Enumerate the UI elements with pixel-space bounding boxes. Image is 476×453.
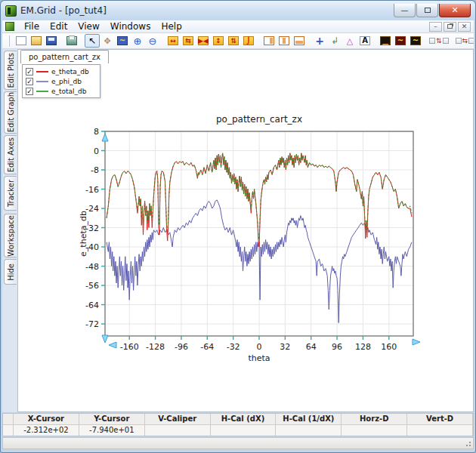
zoom-in-button[interactable]: ⊕ [130,34,145,48]
fit-x-icon: ▶◀ [198,36,209,45]
y-tick-label: -16 [85,185,99,195]
y-tick-label: -48 [85,262,99,272]
legend-checkbox-e-total[interactable]: ✓ [26,88,33,95]
expand-y-button[interactable]: ↕ [211,34,226,48]
text-annotation-button[interactable]: A [357,34,372,48]
mdi-minimize-button[interactable]: – [429,22,442,32]
mdi-close-button[interactable]: ✕ [458,22,471,32]
status-col-y-cursor: Y-Cursor [79,414,145,425]
menu-view[interactable]: View [73,20,104,32]
legend-item: ✓ e_phi_db [26,76,97,86]
x-tick-label: 160 [381,342,397,352]
new-document-button[interactable] [14,34,29,48]
axis-arrow-right-icon[interactable] [413,339,420,345]
status-value-horz-d [342,425,407,436]
menu-edit[interactable]: Edit [45,20,73,32]
split-right-button[interactable] [261,34,277,48]
fit-y-icon: ⌡ [243,36,254,45]
printer-icon [66,36,77,45]
menu-help[interactable]: Help [156,20,187,32]
x-tick-label: 32 [280,342,290,352]
fit-y-button[interactable]: ⌡ [241,34,256,48]
status-col-horz-d: Horz-D [342,414,407,425]
mdi-restore-button[interactable] [444,22,456,32]
status-col-x-cursor: X-Cursor [14,414,79,425]
legend-label: e_theta_db [51,68,89,76]
restore-button[interactable] [416,4,438,17]
axis-arrow-up-icon[interactable] [102,134,108,141]
cursor-status-bar: X-Cursor Y-Cursor V-Caliper H-Cal (dX) H… [2,413,474,436]
status-value-x-cursor: -2.312e+02 [14,425,79,436]
pointer-tool-button[interactable]: ↖ [85,34,100,48]
y-tick-label: -56 [85,281,99,291]
plot-style-dark-button[interactable]: ~ [393,34,408,48]
y-tick-label: -8 [91,165,99,175]
split-bottom-icon [294,36,304,45]
link-y-checkbox-left-icon [429,38,435,44]
pan-tool-button[interactable]: ✥ [100,34,115,48]
minimize-button[interactable]: — [394,4,416,17]
legend-item: ✓ e_theta_db [26,66,97,76]
mdi-restore-icon [447,24,453,29]
legend-label: e_total_db [51,88,87,95]
zoom-out-button[interactable]: ⊖ [145,34,160,48]
legend-checkbox-e-phi[interactable]: ✓ [26,78,33,85]
expand-x-button[interactable]: ↔ [165,34,181,48]
shrink-y-button[interactable]: ⇅ [226,34,241,48]
copy-plot-button[interactable]: ▁ [378,34,393,48]
status-value-v-caliper [145,425,211,436]
fit-x-button[interactable]: ▶◀ [196,34,211,48]
sidebar-tab-workspace[interactable]: Workspace [4,214,17,257]
close-button[interactable]: ✕ [439,4,471,17]
sidebar-tab-edit-axes[interactable]: Edit Axes [4,135,17,174]
tracker-button[interactable]: ↲ [327,34,342,48]
sidebar: Edit Plots Edit Graph Edit Axes Tracker … [2,49,17,412]
link-x-axes-button[interactable]: ⇆ [455,37,474,45]
plot-style-black-button[interactable]: ~ [408,34,423,48]
app-window: EM.Grid - [po_tut4] — ✕ File Edit View W… [0,0,476,453]
text-a-icon: A [360,36,370,45]
crosshair-button[interactable]: + [312,34,327,48]
title-bar: EM.Grid - [po_tut4] — ✕ [1,1,475,20]
shrink-x-button[interactable]: ⇆ [181,34,196,48]
sidebar-tab-edit-plots[interactable]: Edit Plots [4,51,17,90]
legend-checkbox-e-theta[interactable]: ✓ [26,68,33,76]
menu-bar: File Edit View Windows Help – ✕ [2,20,474,33]
x-tick-label: -128 [146,342,165,352]
split-middle-button[interactable] [277,34,292,48]
x-tick-label: 64 [306,342,317,352]
shrink-x-icon: ⇆ [183,36,193,45]
save-button[interactable] [44,34,59,48]
toolbar-grip[interactable] [8,35,10,47]
legend-swatch-e-total [36,91,48,92]
plot-canvas: po_pattern_cart_zx ✓ e_theta_db ✓ e_phi_… [17,49,474,412]
mdi-document-icon[interactable] [5,22,14,31]
x-tick-label: -96 [175,342,188,352]
link-y-axes-button[interactable]: ⇅ [428,37,450,45]
document-tab[interactable]: po_pattern_cart_zx [20,50,109,63]
caliper-button[interactable]: △ [342,34,357,48]
y-tick-label: -72 [85,319,99,329]
menu-windows[interactable]: Windows [105,20,156,32]
x-tick-label: 0 [257,342,262,352]
sidebar-tab-hide[interactable]: Hide [4,259,17,285]
split-bottom-button[interactable] [292,34,307,48]
axis-arrow-down-icon[interactable] [102,335,108,343]
open-file-button[interactable] [29,34,44,48]
menu-file[interactable]: File [19,20,45,32]
status-col-v-caliper: V-Caliper [145,414,211,425]
print-button[interactable] [64,34,79,48]
legend-swatch-e-phi [36,81,48,82]
chart-title: po_pattern_cart_zx [216,114,302,125]
split-middle-icon [279,36,289,45]
pointer-arrow-icon: ↖ [88,36,96,45]
resize-grip[interactable] [464,439,471,447]
axis-arrow-left-icon[interactable] [109,342,116,348]
chart[interactable]: 80-8-16-24-32-40-48-56-64-72-160-128-96-… [77,110,449,374]
sidebar-tab-tracker[interactable]: Tracker [4,176,17,211]
status-col-vert-d: Vert-D [407,414,473,425]
legend: ✓ e_theta_db ✓ e_phi_db ✓ e_total_db [22,64,100,98]
autoscale-button[interactable]: ~ [115,34,130,48]
sidebar-tab-edit-graph[interactable]: Edit Graph [4,91,17,134]
toolbar: ↖ ✥ ~ ⊕ ⊖ ↔ ⇆ ▶◀ ↕ ⇅ ⌡ + ↲ △ A ▁ ~ ~ ⇅ ⇆… [2,33,474,49]
